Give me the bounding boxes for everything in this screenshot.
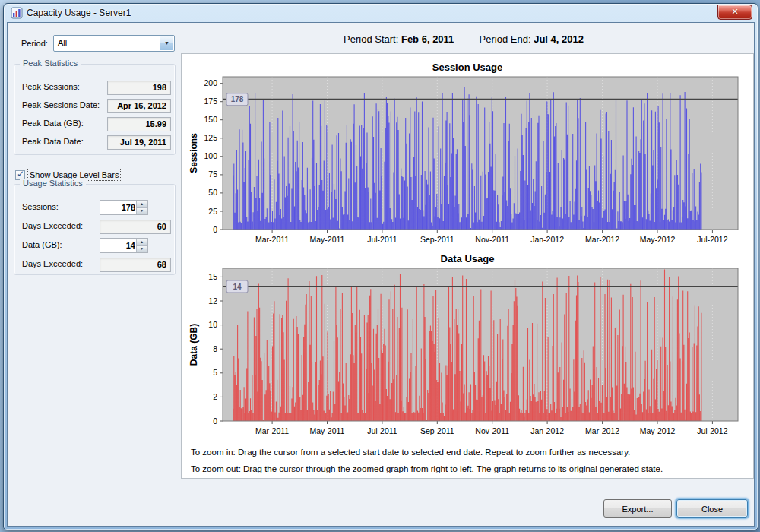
svg-text:Mar-2012: Mar-2012 (585, 235, 619, 244)
data-spin-up-button[interactable]: ▲ (136, 239, 147, 245)
sessions-input[interactable] (100, 201, 138, 214)
sessions-days-exceeded-value: 60 (100, 220, 171, 234)
svg-text:May-2012: May-2012 (640, 426, 676, 435)
peak-data-date-value: Jul 19, 2011 (107, 135, 171, 150)
period-end-value: Jul 4, 2012 (534, 33, 584, 45)
zoom-out-instruction: To zoom out: Drag the cursor through the… (191, 464, 663, 473)
svg-text:Jul-2011: Jul-2011 (367, 426, 397, 435)
svg-text:25: 25 (208, 207, 217, 216)
svg-text:Sep-2011: Sep-2011 (420, 426, 454, 435)
session-usage-chart[interactable]: Mar-2011May-2011Jul-2011Sep-2011Nov-2011… (186, 74, 749, 251)
peak-statistics-group: Peak Statistics Peak Sessions: 198 Peak … (14, 64, 176, 155)
titlebar[interactable]: Capacity Usage - Server1 ✕ (4, 4, 758, 22)
data-days-exceeded-label: Days Exceeded: (22, 259, 83, 268)
svg-text:8: 8 (213, 344, 217, 353)
svg-text:175: 175 (204, 97, 217, 106)
svg-text:Jul-2012: Jul-2012 (697, 426, 727, 435)
sessions-spin-up-button[interactable]: ▲ (136, 201, 147, 207)
period-label: Period: (21, 39, 48, 48)
usage-statistics-title: Usage Statistics (20, 179, 86, 188)
data-gb-input[interactable] (100, 239, 138, 252)
svg-text:5: 5 (213, 368, 217, 377)
svg-text:125: 125 (204, 133, 217, 142)
data-gb-spinner: ▲ ▼ (100, 238, 148, 253)
svg-text:Nov-2011: Nov-2011 (475, 426, 509, 435)
data-usage-chart-title: Data Usage (182, 253, 753, 264)
window-title: Capacity Usage - Server1 (27, 8, 131, 18)
peak-sessions-date-value: Apr 16, 2012 (107, 99, 171, 113)
svg-text:Jul-2012: Jul-2012 (697, 235, 727, 244)
period-start-value: Feb 6, 2011 (401, 33, 454, 45)
peak-data-label: Peak Data (GB): (22, 119, 84, 128)
svg-text:14: 14 (233, 283, 242, 291)
data-usage-chart[interactable]: Mar-2011May-2011Jul-2011Sep-2011Nov-2011… (186, 266, 749, 442)
period-end-label: Period End: (480, 33, 531, 45)
period-dropdown-value: All (58, 38, 67, 47)
sessions-spinner: ▲ ▼ (100, 200, 148, 215)
chevron-down-icon: ▼ (160, 36, 173, 50)
svg-text:178: 178 (231, 95, 244, 103)
session-usage-chart-title: Session Usage (182, 62, 753, 73)
svg-text:May-2011: May-2011 (310, 426, 345, 435)
svg-text:Nov-2011: Nov-2011 (475, 235, 509, 244)
peak-data-value: 15.99 (107, 117, 171, 131)
sessions-label: Sessions: (22, 202, 59, 211)
svg-text:Sessions: Sessions (188, 133, 199, 173)
svg-text:Mar-2012: Mar-2012 (585, 426, 619, 435)
close-dialog-button[interactable]: Close (676, 499, 748, 518)
zoom-in-instruction: To zoom in: Drag the cursor from a selec… (191, 448, 630, 457)
svg-text:Jul-2011: Jul-2011 (367, 235, 397, 244)
svg-text:May-2011: May-2011 (310, 235, 345, 244)
svg-text:Mar-2011: Mar-2011 (255, 235, 289, 244)
svg-text:Jan-2012: Jan-2012 (530, 235, 564, 244)
svg-text:Jan-2012: Jan-2012 (530, 426, 564, 435)
data-gb-label: Data (GB): (22, 240, 62, 249)
charts-panel: Session Usage Mar-2011May-2011Jul-2011Se… (181, 53, 754, 479)
peak-sessions-date-label: Peak Sessions Date: (22, 100, 100, 109)
checkmark-icon: ✓ (17, 169, 24, 179)
svg-text:200: 200 (204, 78, 217, 87)
app-icon (11, 7, 23, 19)
svg-text:0: 0 (213, 416, 217, 426)
svg-text:Data (GB): Data (GB) (188, 324, 199, 366)
close-button[interactable]: ✕ (717, 5, 752, 20)
peak-data-date-label: Peak Data Date: (22, 137, 84, 146)
svg-text:Mar-2011: Mar-2011 (255, 426, 289, 435)
period-header: Period Start: Feb 6, 2011 Period End: Ju… (175, 33, 752, 45)
data-days-exceeded-value: 68 (100, 258, 171, 272)
sessions-days-exceeded-label: Days Exceeded: (22, 221, 83, 230)
svg-text:12: 12 (208, 296, 217, 306)
svg-text:May-2012: May-2012 (640, 235, 676, 244)
period-dropdown[interactable]: All ▼ (53, 35, 175, 52)
svg-text:100: 100 (204, 151, 217, 160)
desktop-background: Capacity Usage - Server1 ✕ Period Start:… (0, 0, 760, 532)
dialog-client-area: Period Start: Feb 6, 2011 Period End: Ju… (7, 22, 755, 527)
svg-text:10: 10 (208, 320, 217, 329)
period-start-label: Period Start: (344, 33, 398, 45)
sessions-spin-down-button[interactable]: ▼ (136, 207, 147, 214)
peak-statistics-title: Peak Statistics (20, 59, 81, 68)
peak-sessions-label: Peak Sessions: (22, 82, 80, 91)
peak-sessions-value: 198 (107, 81, 171, 95)
svg-text:75: 75 (208, 169, 217, 179)
svg-text:2: 2 (213, 392, 217, 401)
svg-text:0: 0 (213, 225, 217, 234)
close-icon: ✕ (731, 7, 738, 16)
export-button[interactable]: Export... (603, 499, 672, 518)
data-spin-down-button[interactable]: ▼ (136, 245, 147, 252)
dialog-window: Capacity Usage - Server1 ✕ Period Start:… (3, 3, 758, 530)
svg-text:Sep-2011: Sep-2011 (420, 235, 454, 244)
svg-text:150: 150 (204, 115, 217, 124)
svg-text:15: 15 (208, 272, 217, 281)
svg-text:50: 50 (208, 188, 217, 197)
usage-statistics-group: Usage Statistics Sessions: ▲ ▼ Days Exce… (14, 184, 176, 275)
